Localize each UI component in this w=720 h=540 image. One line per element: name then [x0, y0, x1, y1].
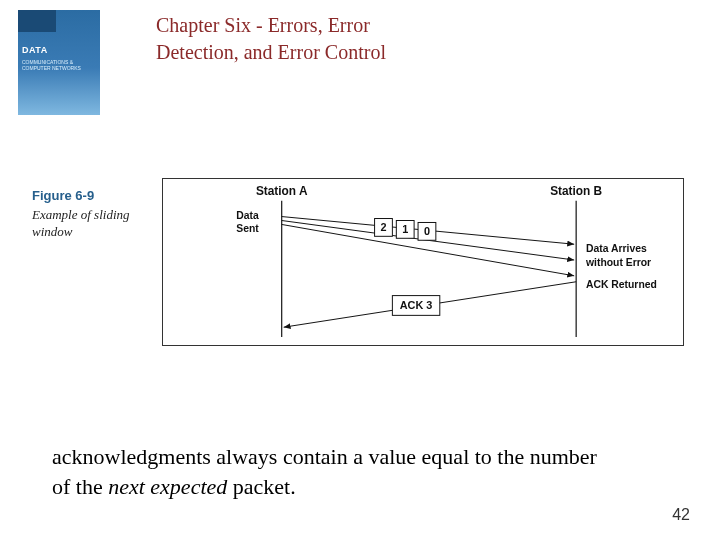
- figure-caption: Example of sliding window: [32, 207, 152, 241]
- packet-box-1: 1: [402, 223, 408, 235]
- book-cover-thumbnail: DATA COMMUNICATIONS & COMPUTER NETWORKS: [18, 10, 100, 115]
- chapter-title: Chapter Six - Errors, Error Detection, a…: [156, 12, 446, 66]
- figure-area: Figure 6-9 Example of sliding window Sta…: [32, 188, 692, 241]
- packet-box-2: 2: [380, 221, 386, 233]
- sliding-window-diagram: Station A Station B Data Sent 2: [162, 178, 684, 346]
- ack-returned-label: ACK Returned: [586, 279, 657, 290]
- book-cover-title: DATA: [22, 46, 48, 56]
- footer-text-italic: next expected: [108, 474, 227, 499]
- data-sent-label-line2: Sent: [236, 223, 259, 234]
- packet-boxes: 2 1 0: [375, 219, 436, 241]
- page-number: 42: [672, 506, 690, 524]
- station-a-label: Station A: [256, 184, 308, 198]
- packet-box-0: 0: [424, 225, 430, 237]
- data-sent-label-line1: Data: [236, 210, 259, 221]
- footer-paragraph: acknowledgments always contain a value e…: [52, 442, 602, 501]
- book-cover-subtitle: COMMUNICATIONS & COMPUTER NETWORKS: [22, 60, 100, 71]
- book-cover-band: [18, 10, 56, 32]
- slide-header: DATA COMMUNICATIONS & COMPUTER NETWORKS …: [0, 0, 720, 115]
- footer-text-post: packet.: [227, 474, 295, 499]
- ack-box-label: ACK 3: [400, 299, 433, 311]
- diagram-svg: Station A Station B Data Sent 2: [163, 179, 683, 345]
- data-arrives-line1: Data Arrives: [586, 243, 647, 254]
- station-b-label: Station B: [550, 184, 602, 198]
- data-arrives-line2: without Error: [585, 257, 651, 268]
